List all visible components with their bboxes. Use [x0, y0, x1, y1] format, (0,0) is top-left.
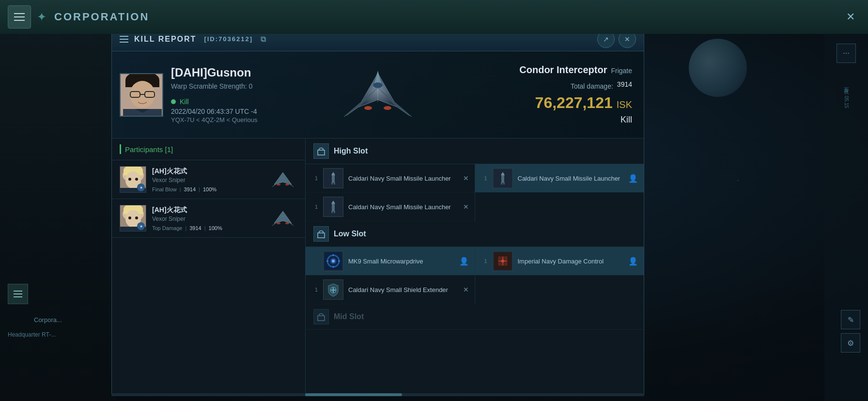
corp-title: CORPORATION: [54, 11, 149, 23]
svg-point-65: [332, 260, 334, 262]
right-btn-1[interactable]: ···: [837, 44, 856, 63]
slot-item-person-mwd[interactable]: 👤: [459, 257, 469, 266]
participant-name-2: [AH]火花式: [152, 206, 263, 215]
side-text-2: 05.15: [844, 96, 849, 108]
svg-rect-59: [503, 182, 505, 185]
svg-rect-44: [318, 150, 325, 155]
svg-point-82: [501, 260, 504, 262]
low-slot-header: Low Slot: [306, 221, 644, 247]
scroll-thumb[interactable]: [305, 393, 402, 396]
slot-num-shield: 1: [311, 287, 321, 293]
slot-item-close-2[interactable]: ✕: [463, 203, 469, 211]
high-slot-grid: 1 Caldari Navy Small Missile L: [306, 164, 644, 221]
high-slot-col-left: 1 Caldari Navy Small Missile L: [306, 164, 475, 221]
slot-num-2: 1: [311, 204, 321, 210]
participants-title: Participants [1]: [125, 145, 173, 154]
participant-ship-img-2: [268, 207, 297, 229]
slot-item-name-dc: Imperial Navy Damage Control: [518, 258, 629, 265]
corp-star-2: ★: [137, 222, 145, 230]
svg-rect-48: [331, 182, 333, 185]
low-slot-col-right: 1: [475, 247, 644, 304]
close-top-button[interactable]: ✕: [841, 7, 860, 27]
high-slot-header: High Slot: [306, 139, 644, 164]
slot-item-person-dc[interactable]: 👤: [628, 257, 638, 266]
svg-point-24: [135, 178, 138, 181]
slot-item-close-shield[interactable]: ✕: [463, 286, 469, 293]
slot-item-mwd: MK9 Small Microwarpdrive 👤: [306, 247, 475, 276]
kr-menu-icon[interactable]: [120, 36, 128, 43]
missile-launcher-icon-1: [323, 168, 343, 188]
pilot-face-img: [121, 74, 162, 116]
slot-num-right-1: 1: [481, 175, 491, 181]
slot-item-person-r1[interactable]: 👤: [628, 174, 638, 183]
separator-2: |: [199, 186, 200, 192]
side-text-1: 百夜: [843, 83, 850, 85]
kr-title: KILL REPORT: [134, 35, 196, 44]
separator-3: |: [185, 225, 186, 231]
hamburger-menu-button[interactable]: [8, 5, 31, 29]
participants-header: Participants [1]: [112, 139, 305, 160]
svg-rect-79: [505, 257, 507, 259]
slot-item-name-r1: Caldari Navy Small Missile Launcher: [518, 175, 629, 182]
svg-point-12: [364, 106, 372, 110]
participant-ship-img-1: [268, 169, 297, 190]
svg-point-43: [285, 222, 289, 224]
bottom-left: Corpora... Headquarter RT-...: [0, 290, 111, 401]
participant-row: ★ [AH]火花式 Vexor Sniper Final Blow | 3914…: [112, 160, 305, 199]
missile-launcher-icon-r1: [493, 168, 513, 188]
svg-rect-49: [334, 182, 335, 185]
slot-item-close[interactable]: ✕: [463, 174, 469, 182]
participant-ship-2: Vexor Sniper: [152, 216, 263, 222]
svg-rect-83: [318, 316, 325, 321]
svg-point-36: [128, 216, 131, 219]
damage-val-2: 3914: [189, 225, 201, 231]
star-icon: ✦: [37, 10, 50, 24]
gear-icon[interactable]: ⚙: [841, 333, 860, 353]
bottom-hq-text: Headquarter RT-...: [8, 331, 56, 338]
low-slot-grid: MK9 Small Microwarpdrive 👤 1: [306, 247, 644, 304]
participants-accent: [120, 144, 121, 154]
corp-logo: ✦ CORPORATION: [37, 10, 149, 24]
kill-dot: [171, 99, 176, 104]
scroll-bar[interactable]: [111, 393, 644, 396]
bottom-menu-button[interactable]: [8, 284, 28, 304]
slot-num-dc: 1: [481, 258, 491, 264]
more-slot-title: Mid Slot: [334, 312, 364, 321]
edit-icon[interactable]: ✎: [841, 310, 860, 329]
svg-rect-53: [331, 211, 333, 213]
copy-id-icon[interactable]: ⧉: [261, 35, 266, 44]
slot-item: 1 Caldari Navy Small Missile L: [306, 164, 475, 193]
ship-name-line: Condor Interceptor Frigate: [519, 64, 632, 76]
separator-1: |: [180, 186, 181, 192]
right-side-panel: ··· 百夜 05.15 ✎ ⚙: [824, 34, 868, 401]
svg-point-42: [277, 222, 280, 224]
participant-avatar-2: ★: [120, 205, 146, 231]
svg-point-17: [373, 82, 383, 88]
participant-avatar-1: ★: [120, 166, 146, 193]
right-btn-group: ✎ ⚙: [841, 310, 860, 353]
svg-rect-58: [501, 182, 502, 185]
low-slot-title: Low Slot: [334, 230, 366, 238]
svg-point-37: [135, 216, 138, 219]
svg-rect-54: [334, 211, 335, 213]
ship-stats: Condor Interceptor Frigate Total damage:…: [519, 64, 636, 125]
separator-4: |: [204, 225, 206, 231]
svg-rect-80: [498, 263, 501, 265]
participant-name-1: [AH]火花式: [152, 167, 263, 176]
isk-value: 76,227,121: [535, 94, 613, 112]
moon-decoration: [689, 39, 747, 97]
slot-item-name-mwd: MK9 Small Microwarpdrive: [348, 258, 459, 265]
slot-item-name: Caldari Navy Small Missile Launcher: [348, 175, 463, 182]
result-label: Kill: [620, 115, 632, 124]
participant-details-2: [AH]火花式 Vexor Sniper Top Damage | 3914 |…: [152, 206, 263, 231]
svg-point-13: [384, 106, 391, 110]
svg-marker-10: [378, 88, 412, 117]
damage-control-icon: [493, 251, 513, 271]
bottom-corp-text: Corpora...: [34, 316, 62, 324]
low-slot-col-left: MK9 Small Microwarpdrive 👤 1: [306, 247, 475, 304]
slot-item-name-2: Caldari Navy Small Missile Launcher: [348, 203, 463, 211]
participant-bottom-1: Final Blow | 3914 | 100%: [152, 186, 263, 192]
svg-point-30: [285, 184, 289, 185]
kr-hero: [DAHI]Gusnon Warp Scramble Strength: 0 K…: [112, 51, 644, 139]
more-slot-header: Mid Slot: [306, 304, 644, 330]
